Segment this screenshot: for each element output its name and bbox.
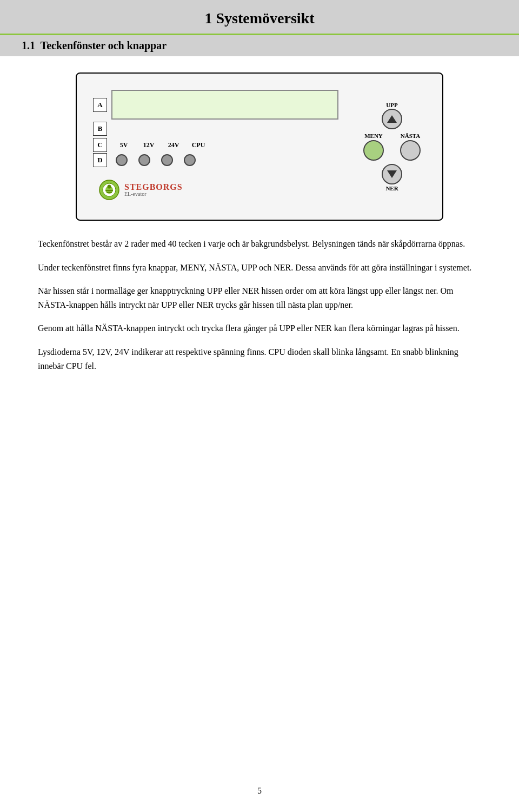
nav-meny-button[interactable] [363,140,384,161]
led-cpu [184,154,196,166]
triangle-down-icon [387,170,397,178]
svg-rect-5 [107,192,112,193]
logo-sub: EL-evator [124,192,183,197]
led-5v [116,154,128,166]
paragraph-3: När hissen står i normalläge ger knapptr… [38,284,481,312]
row-c: C 5V 12V 24V CPU [93,138,352,152]
led-24v [161,154,173,166]
logo-name: STEGBORGS [124,183,183,192]
paragraph-1: Teckenfönstret består av 2 rader med 40 … [38,237,481,251]
nav-ner-button[interactable] [382,164,402,184]
triangle-up-icon [387,115,397,123]
nav-meny-group: MENY [363,133,384,161]
logo-text: STEGBORGS EL-evator [124,183,183,197]
row-a: A [93,90,352,120]
label-b: B [93,122,107,136]
paragraph-4: Genom att hålla NÄSTA-knappen intryckt o… [38,321,481,335]
led-label-5v: 5V [116,141,132,149]
nav-upp-label: UPP [386,102,397,108]
diagram-content: A B C 5V 12V 24V CPU [88,84,431,209]
led-label-12v: 12V [141,141,157,149]
row-b: B [93,122,352,136]
paragraph-5: Lysdioderna 5V, 12V, 24V indikerar att r… [38,345,481,373]
display-screen [111,90,338,120]
logo-area: STEGBORGS EL-evator [93,167,352,203]
row-d: D [93,153,352,167]
led-label-cpu: CPU [190,141,207,149]
svg-rect-4 [105,190,113,192]
label-a: A [93,98,107,112]
nav-nasta-group: NÄSTA [400,133,421,161]
led-12v [138,154,150,166]
nav-ner-group: NER [382,164,402,192]
stegborgs-logo-icon [98,179,120,201]
page-header: 1 Systemöversikt [0,0,519,35]
nav-meny-label: MENY [364,133,383,139]
nav-ner-label: NER [385,185,398,192]
led-labels: 5V 12V 24V CPU [111,141,207,149]
section-heading: 1.1 Teckenfönster och knappar [22,39,167,51]
nav-upp-group: UPP [382,102,402,129]
diagram-main-left: A B C 5V 12V 24V CPU [93,90,352,203]
page-number: 5 [257,786,262,796]
svg-point-3 [108,185,111,189]
nav-upp-button[interactable] [382,109,402,129]
nav-nasta-label: NÄSTA [401,133,420,139]
logo-container: STEGBORGS EL-evator [98,179,347,201]
leds-row [111,154,196,166]
nav-panel: UPP MENY NÄSTA [363,102,421,192]
led-label-24v: 24V [165,141,182,149]
label-d: D [93,153,107,167]
label-c: C [93,138,107,152]
page-title: 1 Systemöversikt [22,10,497,27]
device-diagram: A B C 5V 12V 24V CPU [76,72,443,221]
nav-mid-row: MENY NÄSTA [363,133,421,161]
section-heading-bar: 1.1 Teckenfönster och knappar [0,35,519,56]
diagram-main-right: UPP MENY NÄSTA [363,90,426,203]
main-content: A B C 5V 12V 24V CPU [0,56,519,399]
nav-nasta-button[interactable] [400,140,421,161]
paragraph-2: Under teckenfönstret finns fyra knappar,… [38,261,481,275]
